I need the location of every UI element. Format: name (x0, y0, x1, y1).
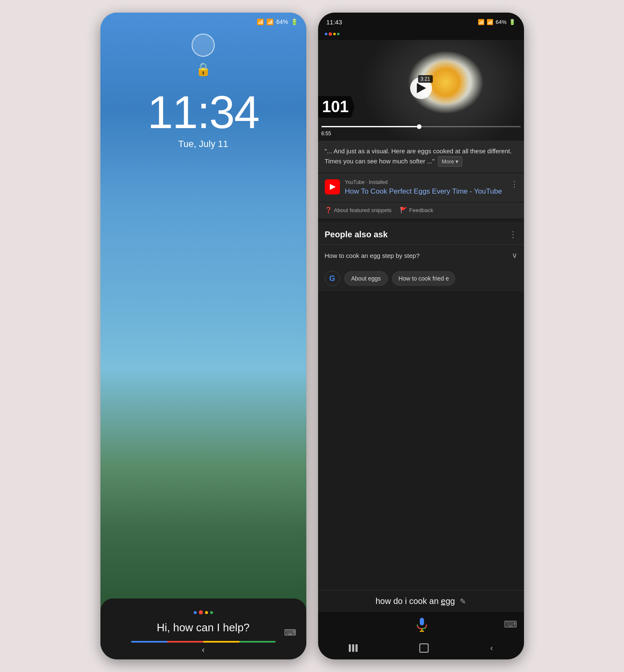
ga-dot-blue (325, 33, 327, 35)
content-area[interactable]: "... And just as a visual. Here are eggs… (318, 141, 524, 590)
home-button[interactable] (419, 643, 429, 653)
video-thumbnail[interactable]: 101 3:21 6:55 (318, 40, 524, 141)
avatar-circle (192, 34, 215, 57)
paa-title: People also ask (325, 230, 388, 239)
google-color-bar (131, 641, 276, 643)
paa-header: People also ask ⋮ (318, 222, 524, 244)
mic-button[interactable] (414, 617, 429, 632)
back-button[interactable]: ‹ (202, 645, 205, 654)
question-icon: ❓ (325, 207, 332, 213)
video-progress-bar[interactable] (318, 126, 524, 127)
recents-button[interactable] (349, 644, 358, 652)
about-snippets-item[interactable]: ❓ About featured snippets (325, 207, 392, 213)
assistant-logo (325, 32, 517, 36)
feedback-item[interactable]: 🚩 Feedback (400, 207, 433, 213)
time-total: 6:55 (321, 131, 331, 136)
battery-icon-right: 🔋 (509, 19, 516, 25)
about-snippets-label: About featured snippets (334, 207, 392, 213)
ga-dot-yellow (333, 33, 336, 35)
keyboard-icon-left[interactable]: ⌨ (284, 627, 296, 638)
video-overlay-101: 101 (318, 96, 355, 118)
lock-icon: 🔒 (195, 62, 211, 76)
feedback-label: Feedback (409, 207, 433, 213)
mic-icon (414, 617, 429, 632)
three-dots-menu[interactable]: ⋮ (511, 179, 518, 189)
ga-dot-red (329, 32, 332, 36)
keyboard-icon-right[interactable]: ⌨ (504, 619, 517, 630)
signal-icon: 📶 (266, 18, 274, 25)
chip-cook-fried[interactable]: How to cook fried e (392, 271, 455, 286)
paa-item-1[interactable]: How to cook an egg step by step? ∨ (318, 244, 524, 266)
snippet-content: "... And just as a visual. Here are eggs… (325, 147, 512, 165)
progress-thumb (417, 124, 421, 129)
more-button[interactable]: More ▾ (438, 156, 462, 167)
progress-track (321, 126, 521, 127)
current-time-badge: 3:21 (418, 75, 432, 83)
youtube-icon (325, 179, 340, 194)
lock-icon-area: 🔒 (100, 34, 306, 76)
clock-time: 11:34 (100, 89, 306, 135)
dot-red (199, 610, 203, 614)
g-letter-b: G (329, 274, 335, 283)
people-also-ask-section: People also ask ⋮ How to cook an egg ste… (318, 222, 524, 266)
google-chip-icon: G (325, 271, 340, 286)
nav-bar-right: ‹ (318, 639, 524, 659)
battery-right: 64% (495, 19, 506, 25)
source-platform: YouTube · Installed (345, 179, 502, 185)
ga-dot-green (337, 33, 340, 35)
progress-fill (321, 126, 417, 127)
status-bar-right: 11:43 📶 📶 64% 🔋 (318, 13, 524, 29)
source-card[interactable]: YouTube · Installed How To Cook Perfect … (318, 173, 524, 202)
youtube-play-icon (330, 184, 336, 190)
clock-date: Tue, July 11 (100, 139, 306, 150)
edit-icon[interactable]: ✎ (460, 597, 466, 606)
dot-blue (194, 611, 197, 614)
wifi-icon: 📶 (257, 18, 264, 25)
assistant-greeting: Hi, how can I help? (157, 621, 250, 634)
svg-rect-0 (420, 618, 424, 625)
chip-about-eggs[interactable]: About eggs (344, 271, 388, 286)
suggestion-chips: G About eggs How to cook fried e (318, 266, 524, 291)
time-labels: 6:55 (321, 131, 521, 136)
wifi-icon-right: 📶 (478, 19, 484, 25)
paa-question-1: How to cook an egg step by step? (325, 252, 420, 259)
feedback-icon: 🚩 (400, 207, 407, 213)
search-query-bar[interactable]: how do i cook an egg ✎ (318, 590, 524, 612)
feedback-row: ❓ About featured snippets 🚩 Feedback (318, 203, 524, 218)
source-info: YouTube · Installed How To Cook Perfect … (345, 179, 502, 196)
google-assistant-dots (194, 610, 213, 614)
battery-icon: 🔋 (291, 18, 298, 25)
assistant-header (318, 29, 524, 40)
dot-yellow (205, 611, 208, 614)
time-display: 11:34 Tue, July 11 (100, 89, 306, 150)
status-bar-left: 📶 📶 64% 🔋 (100, 13, 306, 25)
right-phone: 11:43 📶 📶 64% 🔋 101 3:21 (318, 13, 524, 659)
chevron-down-icon: ∨ (512, 251, 517, 260)
source-title[interactable]: How To Cook Perfect Eggs Every Time - Yo… (345, 187, 502, 196)
search-query-highlighted: egg (441, 596, 455, 606)
left-phone: 📶 📶 64% 🔋 🔒 11:34 Tue, July 11 Hi, how c… (100, 13, 306, 659)
nav-bar-left: ‹ (100, 645, 306, 654)
battery-label: 64% (276, 18, 288, 25)
snippet-text: "... And just as a visual. Here are eggs… (318, 141, 524, 173)
bottom-mic-bar: ⌨ (318, 612, 524, 639)
dot-green (210, 611, 213, 614)
back-button-right[interactable]: ‹ (490, 643, 493, 653)
status-icons: 📶 📶 64% 🔋 (478, 19, 515, 25)
paa-menu[interactable]: ⋮ (509, 229, 517, 239)
status-time: 11:43 (326, 18, 342, 26)
search-query-text: how do i cook an (376, 596, 439, 606)
signal-icon-right: 📶 (487, 19, 493, 25)
